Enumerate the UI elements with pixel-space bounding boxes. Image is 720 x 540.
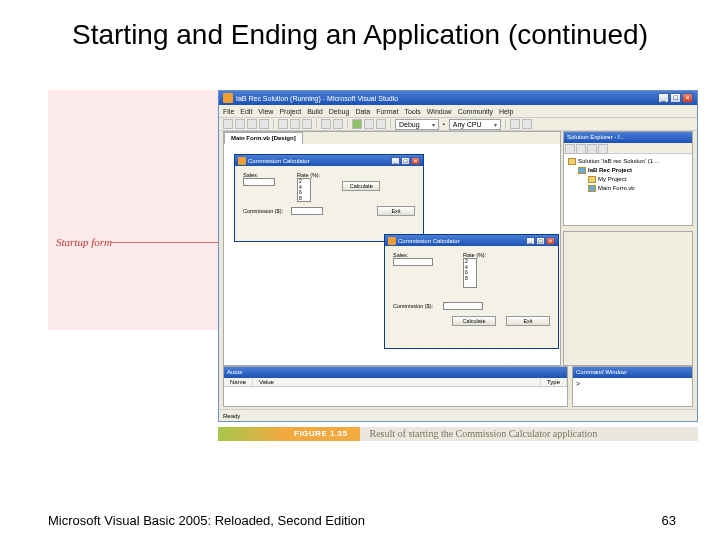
maximize-button[interactable]: □ bbox=[670, 93, 681, 103]
solution-icon bbox=[568, 158, 576, 165]
toolbar-icon[interactable] bbox=[576, 144, 586, 154]
toolbar-icon[interactable] bbox=[223, 119, 233, 129]
run-minimize[interactable]: _ bbox=[526, 237, 535, 245]
run-rate-listbox[interactable]: 2468 bbox=[463, 258, 477, 288]
design-surface: Commission Calculator _ □ × Sales: bbox=[224, 144, 560, 365]
form-close[interactable]: × bbox=[411, 157, 420, 165]
run-calculate-button[interactable]: Calculate bbox=[452, 316, 496, 326]
toolbar-icon[interactable] bbox=[290, 119, 300, 129]
commission-output bbox=[291, 207, 323, 215]
tree-myproject[interactable]: My Project bbox=[588, 175, 688, 184]
toolbar-icon[interactable] bbox=[333, 119, 343, 129]
project-icon bbox=[578, 167, 586, 174]
cmd-prompt[interactable]: > bbox=[573, 378, 692, 389]
toolbar-icon[interactable] bbox=[587, 144, 597, 154]
autos-panel: Autos Name Value Type bbox=[223, 366, 568, 407]
toolbar-icon[interactable] bbox=[522, 119, 532, 129]
toolbar-icon[interactable] bbox=[302, 119, 312, 129]
tree-project[interactable]: IaB Rec Project bbox=[578, 166, 688, 175]
play-icon[interactable] bbox=[352, 119, 362, 129]
sales-input[interactable] bbox=[243, 178, 275, 186]
callout-background bbox=[48, 90, 218, 330]
figure-area: Startup form IaB Rec Solution (Running) … bbox=[48, 90, 700, 450]
toolbar-icon[interactable] bbox=[364, 119, 374, 129]
cmd-header: Command Window bbox=[573, 367, 692, 378]
menu-format[interactable]: Format bbox=[376, 108, 398, 115]
minimize-button[interactable]: _ bbox=[658, 93, 669, 103]
toolbar-icon[interactable] bbox=[565, 144, 575, 154]
commission-label: Commission ($): bbox=[243, 208, 283, 214]
designer-tab[interactable]: Main Form.vb [Design] bbox=[224, 132, 303, 144]
footer-text: Microsoft Visual Basic 2005: Reloaded, S… bbox=[48, 513, 365, 528]
form-title: Commission Calculator bbox=[248, 158, 310, 164]
page-number: 63 bbox=[662, 513, 676, 528]
slide-title: Starting and Ending an Application (cont… bbox=[0, 0, 720, 60]
menu-data[interactable]: Data bbox=[355, 108, 370, 115]
menu-debug[interactable]: Debug bbox=[329, 108, 350, 115]
run-sales-input[interactable] bbox=[393, 258, 433, 266]
solution-explorer: Solution Explorer - I... Solution 'IaB r… bbox=[563, 131, 693, 226]
config-dropdown[interactable]: Debug bbox=[395, 119, 439, 130]
folder-icon bbox=[588, 176, 596, 183]
menu-bar: File Edit View Project Build Debug Data … bbox=[219, 105, 697, 117]
designer-form: Commission Calculator _ □ × Sales: bbox=[234, 154, 424, 242]
caption-accent bbox=[218, 427, 288, 441]
command-window: Command Window > bbox=[572, 366, 693, 407]
toolbar-icon[interactable] bbox=[510, 119, 520, 129]
run-commission-label: Commission ($): bbox=[393, 303, 433, 309]
figure-number: FIGURE 1.35 bbox=[288, 427, 360, 441]
form-icon bbox=[238, 157, 246, 165]
solution-explorer-header: Solution Explorer - I... bbox=[564, 132, 692, 143]
vb-file-icon bbox=[588, 185, 596, 192]
menu-window[interactable]: Window bbox=[427, 108, 452, 115]
properties-panel bbox=[563, 231, 693, 366]
run-maximize[interactable]: □ bbox=[536, 237, 545, 245]
menu-help[interactable]: Help bbox=[499, 108, 513, 115]
rate-listbox[interactable]: 2468 bbox=[297, 178, 311, 202]
run-commission-output bbox=[443, 302, 483, 310]
menu-edit[interactable]: Edit bbox=[240, 108, 252, 115]
toolbar-icon[interactable] bbox=[235, 119, 245, 129]
exit-button[interactable]: Exit bbox=[377, 206, 415, 216]
bottom-panels: Autos Name Value Type Command Window > bbox=[219, 366, 697, 407]
form-titlebar: Commission Calculator _ □ × bbox=[235, 155, 423, 166]
platform-dropdown[interactable]: Any CPU bbox=[449, 119, 501, 130]
run-title: Commission Calculator bbox=[398, 238, 460, 244]
toolbar-icon[interactable] bbox=[247, 119, 257, 129]
designer-panel: Main Form.vb [Design] Commission Calcula… bbox=[223, 131, 561, 366]
menu-view[interactable]: View bbox=[258, 108, 273, 115]
calculate-button[interactable]: Calculate bbox=[342, 181, 380, 191]
menu-project[interactable]: Project bbox=[279, 108, 301, 115]
toolbar-icon[interactable] bbox=[259, 119, 269, 129]
document-tabs: Main Form.vb [Design] bbox=[224, 132, 560, 144]
running-app-window: Commission Calculator _ □ × Sales: bbox=[384, 234, 559, 349]
status-bar: Ready bbox=[219, 409, 697, 421]
autos-columns: Name Value Type bbox=[224, 378, 567, 387]
callout-label: Startup form bbox=[56, 236, 112, 248]
close-button[interactable]: × bbox=[682, 93, 693, 103]
ide-titlebar: IaB Rec Solution (Running) - Microsoft V… bbox=[219, 91, 697, 105]
toolbar-icon[interactable] bbox=[598, 144, 608, 154]
menu-community[interactable]: Community bbox=[458, 108, 493, 115]
tree-form[interactable]: Main Form.vb bbox=[588, 184, 688, 193]
vs-icon bbox=[223, 93, 233, 103]
run-titlebar: Commission Calculator _ □ × bbox=[385, 235, 558, 246]
form-maximize[interactable]: □ bbox=[401, 157, 410, 165]
toolbar-icon[interactable] bbox=[376, 119, 386, 129]
tree-solution[interactable]: Solution 'IaB rec Solution' (1 ... bbox=[568, 157, 688, 166]
toolbar-icon[interactable] bbox=[278, 119, 288, 129]
run-close[interactable]: × bbox=[546, 237, 555, 245]
ide-title-text: IaB Rec Solution (Running) - Microsoft V… bbox=[236, 95, 398, 102]
menu-tools[interactable]: Tools bbox=[404, 108, 420, 115]
ide-body: Main Form.vb [Design] Commission Calcula… bbox=[219, 131, 697, 366]
form-icon bbox=[388, 237, 396, 245]
solution-toolbar bbox=[564, 143, 692, 154]
toolbar: Debug • Any CPU bbox=[219, 117, 697, 131]
autos-header: Autos bbox=[224, 367, 567, 378]
run-exit-button[interactable]: Exit bbox=[506, 316, 550, 326]
menu-build[interactable]: Build bbox=[307, 108, 323, 115]
menu-file[interactable]: File bbox=[223, 108, 234, 115]
toolbar-icon[interactable] bbox=[321, 119, 331, 129]
form-minimize[interactable]: _ bbox=[391, 157, 400, 165]
figure-caption-bar: FIGURE 1.35 Result of starting the Commi… bbox=[218, 427, 698, 441]
